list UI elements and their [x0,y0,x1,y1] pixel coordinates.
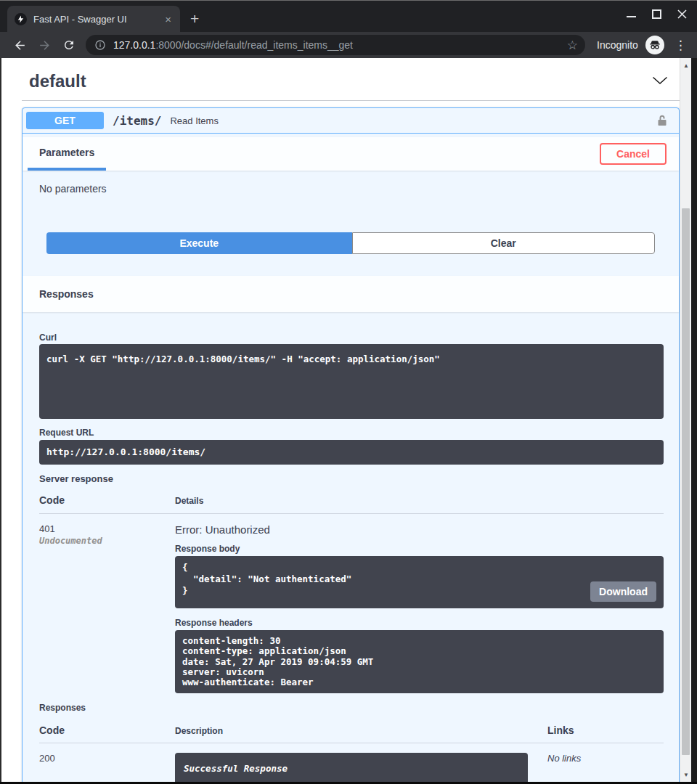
parameters-tab-label: Parameters [39,147,94,158]
status-code: 200 [39,753,175,784]
curl-label: Curl [39,332,664,343]
bookmark-star-icon[interactable]: ☆ [567,39,578,52]
execute-row: Execute Clear [46,232,655,254]
window-edge-left [0,58,1,784]
response-details-cell: Error: Unauthorized Response body { "det… [175,523,664,693]
menu-kebab-icon[interactable]: ⋮ [674,38,687,53]
responses-header: Responses [23,276,679,312]
browser-window: Fast API - Swagger UI × + 127.0.0.1:8000… [0,0,697,784]
download-button[interactable]: Download [590,581,656,602]
auth-lock-icon[interactable] [655,113,669,128]
responses-header-label: Responses [39,288,94,300]
browser-tab[interactable]: Fast API - Swagger UI × [7,6,180,32]
maximize-icon[interactable] [652,9,661,19]
tab-strip: Fast API - Swagger UI × + [0,0,697,32]
request-url-value: http://127.0.0.1:8000/items/ [39,440,664,465]
endpoint-path: /items/ [113,114,161,128]
close-icon[interactable] [677,9,687,19]
swagger-ui: default GET /items/ Read Items [0,58,697,784]
responses-body: Curl curl -X GET "http://127.0.0.1:8000/… [23,312,679,784]
description-cell: Successful Response [175,753,547,784]
new-tab-icon[interactable]: + [190,10,199,28]
status-code: 401 [39,523,175,534]
window-controls [627,9,687,19]
scroll-down-icon[interactable]: ▼ [680,769,692,780]
browser-toolbar: 127.0.0.1:8000/docs#/default/read_items_… [0,32,697,58]
window-edge-right [691,58,697,784]
documented-responses-table: Code Description Links 200 Successful Re… [39,724,664,784]
request-url-label: Request URL [39,428,664,438]
minimize-icon[interactable] [627,9,636,19]
curl-command[interactable]: curl -X GET "http://127.0.0.1:8000/items… [39,344,664,419]
col-details: Details [175,496,664,506]
url-bar[interactable]: 127.0.0.1:8000/docs#/default/read_items_… [86,35,585,55]
scrollbar-thumb[interactable] [682,208,690,755]
table-header: Code Description Links [39,724,664,743]
response-headers-label: Response headers [175,618,664,628]
forward-icon[interactable] [35,36,54,54]
col-code: Code [39,724,175,736]
table-row: 200 Successful Response No links [39,743,664,784]
response-description: Successful Response [175,753,528,784]
url-path: :8000/docs#/default/read_items_items__ge… [155,39,353,51]
opblock-summary[interactable]: GET /items/ Read Items [23,108,679,134]
page-info-icon[interactable] [94,39,106,51]
scroll-up-icon[interactable]: ▲ [680,60,692,71]
links-cell: No links [547,753,664,784]
cancel-button[interactable]: Cancel [600,143,667,165]
response-headers-code: content-length: 30 content-type: applica… [175,630,664,693]
documented-responses-label: Responses [39,703,664,713]
execute-button[interactable]: Execute [46,232,352,254]
undocumented-note: Undocumented [39,536,175,546]
reload-icon[interactable] [60,36,78,54]
no-parameters-text: No parameters [23,171,679,202]
tab-parameters[interactable]: Parameters [28,137,106,171]
tab-close-icon[interactable]: × [162,13,174,25]
chevron-down-icon[interactable] [652,75,668,88]
endpoint-summary: Read Items [170,115,655,126]
col-code: Code [39,494,175,506]
incognito-label: Incognito [597,39,638,51]
opblock-get-items: GET /items/ Read Items Parameters Cancel… [22,107,680,784]
server-response-table: Code Details 401 Undocumented Error: Una… [39,494,664,693]
response-body-label: Response body [175,544,664,554]
table-row: 401 Undocumented Error: Unauthorized Res… [39,514,664,693]
response-code-cell: 401 Undocumented [39,523,175,693]
server-response-label: Server response [39,473,664,484]
clear-button[interactable]: Clear [352,232,656,254]
incognito-icon [645,36,664,54]
table-header: Code Details [39,494,664,514]
page-viewport: ▲ ▼ default GET /items/ Read Items [0,58,697,784]
back-icon[interactable] [10,36,29,54]
page-title: default [29,71,86,91]
error-title: Error: Unauthorized [175,523,664,536]
tag-section-header[interactable]: default [22,70,680,101]
method-badge: GET [26,112,104,129]
url-host: 127.0.0.1 [113,39,155,51]
tab-title: Fast API - Swagger UI [33,14,162,25]
fastapi-logo-icon [15,13,27,25]
url-text[interactable]: 127.0.0.1:8000/docs#/default/read_items_… [113,39,567,51]
scrollbar[interactable]: ▲ ▼ [680,58,691,782]
col-links: Links [547,724,664,736]
col-description: Description [175,726,547,736]
parameters-header: Parameters Cancel [23,137,679,171]
